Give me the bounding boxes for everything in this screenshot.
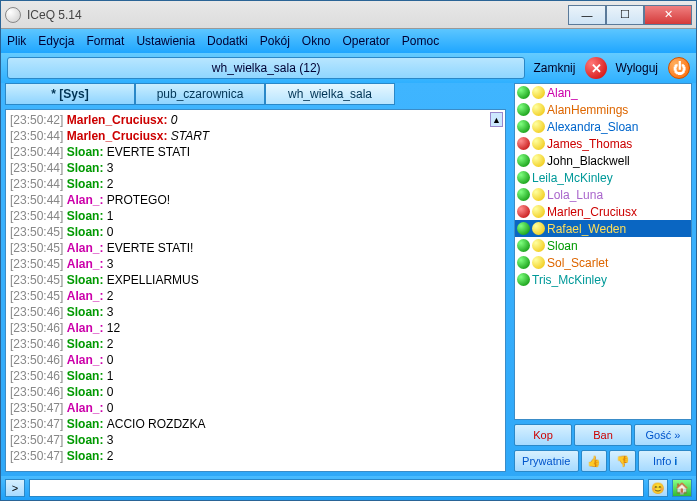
user-row[interactable]: James_Thomas — [515, 135, 691, 152]
user-list[interactable]: Alan_AlanHemmingsAlexandra_SloanJames_Th… — [514, 83, 692, 420]
timestamp: [23:50:42] — [10, 113, 67, 127]
user-name: James_Thomas — [547, 137, 632, 151]
user-name: Sol_Scarlet — [547, 256, 608, 270]
status-yellow-icon — [532, 256, 545, 269]
chat-nick: Alan_: — [67, 321, 107, 335]
home-button[interactable]: 🏠 — [672, 479, 692, 497]
user-row[interactable]: AlanHemmings — [515, 101, 691, 118]
chat-nick: Sloan: — [67, 305, 107, 319]
status-green-icon — [517, 239, 530, 252]
chat-line: [23:50:45] Sloan: EXPELLIARMUS — [10, 272, 501, 288]
status-green-icon — [517, 103, 530, 116]
scroll-up-icon[interactable]: ▲ — [490, 112, 503, 127]
message-input[interactable] — [29, 479, 644, 497]
menu-operator[interactable]: Operator — [343, 34, 390, 48]
user-row[interactable]: Leila_McKinley — [515, 169, 691, 186]
menu-edycja[interactable]: Edycja — [38, 34, 74, 48]
timestamp: [23:50:46] — [10, 385, 67, 399]
user-row[interactable]: Lola_Luna — [515, 186, 691, 203]
timestamp: [23:50:44] — [10, 177, 67, 191]
status-yellow-icon — [532, 222, 545, 235]
timestamp: [23:50:46] — [10, 305, 67, 319]
menu-okno[interactable]: Okno — [302, 34, 331, 48]
chat-line: [23:50:47] Sloan: 3 — [10, 432, 501, 448]
chat-msg: EVERTE STATI — [107, 145, 190, 159]
chat-nick: Sloan: — [67, 273, 107, 287]
chat-nick: Alan_: — [67, 241, 107, 255]
chat-line: [23:50:45] Alan_: 2 — [10, 288, 501, 304]
close-room-button[interactable]: ✕ — [585, 57, 607, 79]
menu-dodatki[interactable]: Dodatki — [207, 34, 248, 48]
user-name: Sloan — [547, 239, 578, 253]
status-red-icon — [517, 205, 530, 218]
timestamp: [23:50:44] — [10, 129, 67, 143]
chat-nick: Marlen_Cruciusx: — [67, 129, 171, 143]
info-button[interactable]: Info i — [638, 450, 692, 472]
user-row[interactable]: Sloan — [515, 237, 691, 254]
room-header: wh_wielka_sala (12) Zamknij ✕ Wyloguj ⏻ — [1, 53, 696, 83]
emoji-button[interactable]: 😊 — [648, 479, 668, 497]
status-red-icon — [517, 137, 530, 150]
tab-bar: * [Sys]pub_czarownicawh_wielka_sala — [5, 83, 506, 107]
timestamp: [23:50:47] — [10, 433, 67, 447]
tab-1[interactable]: pub_czarownica — [135, 83, 265, 105]
status-green-icon — [517, 120, 530, 133]
menu-pokój[interactable]: Pokój — [260, 34, 290, 48]
logout-button[interactable]: ⏻ — [668, 57, 690, 79]
timestamp: [23:50:44] — [10, 145, 67, 159]
user-row[interactable]: Tris_McKinley — [515, 271, 691, 288]
menu-format[interactable]: Format — [86, 34, 124, 48]
chat-line: [23:50:47] Sloan: 2 — [10, 448, 501, 464]
timestamp: [23:50:45] — [10, 241, 67, 255]
chat-line: [23:50:46] Sloan: 0 — [10, 384, 501, 400]
user-row[interactable]: Marlen_Cruciusx — [515, 203, 691, 220]
menu-plik[interactable]: Plik — [7, 34, 26, 48]
chat-nick: Marlen_Cruciusx: — [67, 113, 171, 127]
chat-nick: Sloan: — [67, 145, 107, 159]
window-close-button[interactable]: ✕ — [644, 5, 692, 25]
menu-ustawienia[interactable]: Ustawienia — [136, 34, 195, 48]
timestamp: [23:50:47] — [10, 401, 67, 415]
titlebar: ICeQ 5.14 — ☐ ✕ — [1, 1, 696, 29]
chat-msg: 2 — [107, 449, 114, 463]
timestamp: [23:50:46] — [10, 337, 67, 351]
user-row[interactable]: Alan_ — [515, 84, 691, 101]
timestamp: [23:50:47] — [10, 449, 67, 463]
smiley-icon: 😊 — [651, 482, 665, 495]
guest-button[interactable]: Gość » — [634, 424, 692, 446]
chat-line: [23:50:46] Sloan: 1 — [10, 368, 501, 384]
tab-0[interactable]: * [Sys] — [5, 83, 135, 105]
room-title: wh_wielka_sala (12) — [7, 57, 525, 79]
chat-line: [23:50:47] Sloan: ACCIO ROZDZKA — [10, 416, 501, 432]
chat-msg: 0 — [107, 353, 114, 367]
thumbs-up-icon: 👍 — [587, 455, 601, 468]
status-green-icon — [517, 273, 530, 286]
user-row[interactable]: John_Blackwell — [515, 152, 691, 169]
chat-msg: 12 — [107, 321, 120, 335]
user-row[interactable]: Rafael_Weden — [515, 220, 691, 237]
menu-pomoc[interactable]: Pomoc — [402, 34, 439, 48]
status-green-icon — [517, 256, 530, 269]
maximize-button[interactable]: ☐ — [606, 5, 644, 25]
close-room-label: Zamknij — [533, 61, 575, 75]
kick-button[interactable]: Kop — [514, 424, 572, 446]
private-button[interactable]: Prywatnie — [514, 450, 579, 472]
timestamp: [23:50:47] — [10, 417, 67, 431]
ban-button[interactable]: Ban — [574, 424, 632, 446]
chat-msg: 3 — [107, 257, 114, 271]
thumbs-down-button[interactable]: 👎 — [609, 450, 636, 472]
thumbs-up-button[interactable]: 👍 — [581, 450, 608, 472]
minimize-button[interactable]: — — [568, 5, 606, 25]
chat-line: [23:50:46] Alan_: 0 — [10, 352, 501, 368]
chat-nick: Sloan: — [67, 225, 107, 239]
status-yellow-icon — [532, 137, 545, 150]
user-row[interactable]: Alexandra_Sloan — [515, 118, 691, 135]
status-green-icon — [517, 86, 530, 99]
chat-msg: 2 — [107, 337, 114, 351]
chat-log[interactable]: ▲ [23:50:42] Marlen_Cruciusx: 0[23:50:44… — [5, 109, 506, 472]
tab-2[interactable]: wh_wielka_sala — [265, 83, 395, 105]
user-row[interactable]: Sol_Scarlet — [515, 254, 691, 271]
expand-input-button[interactable]: > — [5, 479, 25, 497]
chat-nick: Sloan: — [67, 369, 107, 383]
chat-line: [23:50:44] Sloan: 3 — [10, 160, 501, 176]
